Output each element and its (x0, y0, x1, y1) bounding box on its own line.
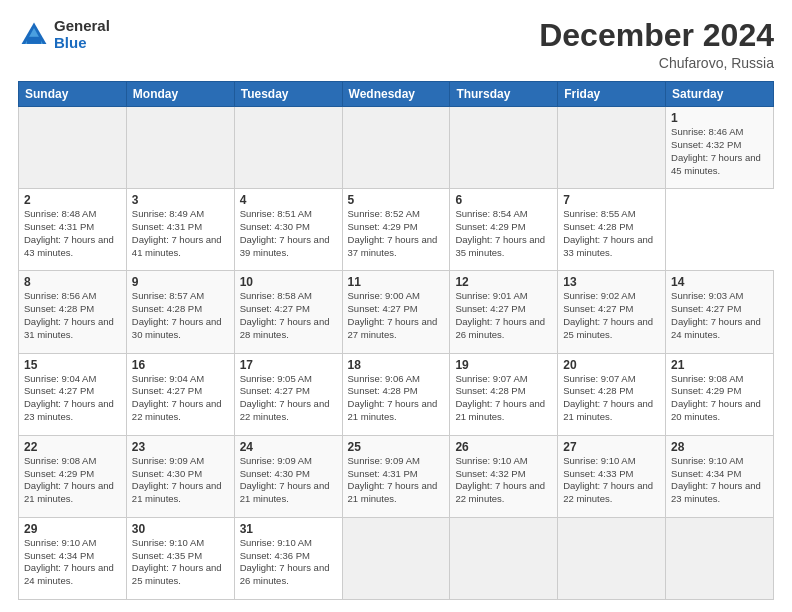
calendar-cell: 10 Sunrise: 8:58 AMSunset: 4:27 PMDaylig… (234, 271, 342, 353)
calendar-cell (342, 517, 450, 599)
cell-info: Sunrise: 9:04 AMSunset: 4:27 PMDaylight:… (132, 373, 222, 422)
cell-day: 18 (348, 358, 445, 372)
cell-info: Sunrise: 9:08 AMSunset: 4:29 PMDaylight:… (671, 373, 761, 422)
cell-day: 12 (455, 275, 552, 289)
cell-day: 8 (24, 275, 121, 289)
calendar-cell: 1 Sunrise: 8:46 AMSunset: 4:32 PMDayligh… (666, 107, 774, 189)
calendar-cell: 16 Sunrise: 9:04 AMSunset: 4:27 PMDaylig… (126, 353, 234, 435)
calendar-cell: 12 Sunrise: 9:01 AMSunset: 4:27 PMDaylig… (450, 271, 558, 353)
svg-rect-2 (27, 36, 41, 43)
title-month: December 2024 (539, 18, 774, 53)
calendar-cell: 4 Sunrise: 8:51 AMSunset: 4:30 PMDayligh… (234, 189, 342, 271)
cell-info: Sunrise: 9:07 AMSunset: 4:28 PMDaylight:… (563, 373, 653, 422)
cell-day: 28 (671, 440, 768, 454)
title-block: December 2024 Chufarovo, Russia (539, 18, 774, 71)
calendar-cell: 9 Sunrise: 8:57 AMSunset: 4:28 PMDayligh… (126, 271, 234, 353)
col-monday: Monday (126, 82, 234, 107)
calendar-header: Sunday Monday Tuesday Wednesday Thursday… (19, 82, 774, 107)
logo-blue: Blue (54, 35, 110, 52)
cell-info: Sunrise: 8:51 AMSunset: 4:30 PMDaylight:… (240, 208, 330, 257)
calendar-cell: 27 Sunrise: 9:10 AMSunset: 4:33 PMDaylig… (558, 435, 666, 517)
calendar-cell (342, 107, 450, 189)
calendar-cell: 26 Sunrise: 9:10 AMSunset: 4:32 PMDaylig… (450, 435, 558, 517)
logo-text: General Blue (54, 18, 110, 51)
calendar-body: 1 Sunrise: 8:46 AMSunset: 4:32 PMDayligh… (19, 107, 774, 600)
calendar-cell (450, 107, 558, 189)
cell-info: Sunrise: 8:49 AMSunset: 4:31 PMDaylight:… (132, 208, 222, 257)
cell-info: Sunrise: 9:10 AMSunset: 4:35 PMDaylight:… (132, 537, 222, 586)
logo-general: General (54, 18, 110, 35)
cell-day: 26 (455, 440, 552, 454)
cell-info: Sunrise: 9:10 AMSunset: 4:36 PMDaylight:… (240, 537, 330, 586)
calendar-page: General Blue December 2024 Chufarovo, Ru… (0, 0, 792, 612)
cell-info: Sunrise: 9:08 AMSunset: 4:29 PMDaylight:… (24, 455, 114, 504)
cell-day: 11 (348, 275, 445, 289)
cell-info: Sunrise: 9:06 AMSunset: 4:28 PMDaylight:… (348, 373, 438, 422)
calendar-cell (450, 517, 558, 599)
calendar-cell: 15 Sunrise: 9:04 AMSunset: 4:27 PMDaylig… (19, 353, 127, 435)
calendar-cell: 19 Sunrise: 9:07 AMSunset: 4:28 PMDaylig… (450, 353, 558, 435)
calendar-cell: 30 Sunrise: 9:10 AMSunset: 4:35 PMDaylig… (126, 517, 234, 599)
calendar-cell (558, 107, 666, 189)
cell-day: 9 (132, 275, 229, 289)
calendar-cell (126, 107, 234, 189)
cell-day: 3 (132, 193, 229, 207)
calendar-cell: 29 Sunrise: 9:10 AMSunset: 4:34 PMDaylig… (19, 517, 127, 599)
calendar-cell: 23 Sunrise: 9:09 AMSunset: 4:30 PMDaylig… (126, 435, 234, 517)
cell-info: Sunrise: 9:10 AMSunset: 4:34 PMDaylight:… (24, 537, 114, 586)
calendar-week-4: 15 Sunrise: 9:04 AMSunset: 4:27 PMDaylig… (19, 353, 774, 435)
col-thursday: Thursday (450, 82, 558, 107)
cell-info: Sunrise: 8:52 AMSunset: 4:29 PMDaylight:… (348, 208, 438, 257)
calendar-week-2: 2 Sunrise: 8:48 AMSunset: 4:31 PMDayligh… (19, 189, 774, 271)
cell-day: 29 (24, 522, 121, 536)
calendar-cell: 8 Sunrise: 8:56 AMSunset: 4:28 PMDayligh… (19, 271, 127, 353)
cell-day: 15 (24, 358, 121, 372)
cell-day: 7 (563, 193, 660, 207)
cell-info: Sunrise: 9:10 AMSunset: 4:33 PMDaylight:… (563, 455, 653, 504)
title-location: Chufarovo, Russia (539, 55, 774, 71)
calendar-cell (666, 517, 774, 599)
calendar-cell: 21 Sunrise: 9:08 AMSunset: 4:29 PMDaylig… (666, 353, 774, 435)
cell-info: Sunrise: 8:54 AMSunset: 4:29 PMDaylight:… (455, 208, 545, 257)
calendar-cell: 18 Sunrise: 9:06 AMSunset: 4:28 PMDaylig… (342, 353, 450, 435)
calendar-cell (558, 517, 666, 599)
calendar-cell: 7 Sunrise: 8:55 AMSunset: 4:28 PMDayligh… (558, 189, 666, 271)
cell-day: 5 (348, 193, 445, 207)
calendar-cell: 31 Sunrise: 9:10 AMSunset: 4:36 PMDaylig… (234, 517, 342, 599)
cell-info: Sunrise: 9:10 AMSunset: 4:34 PMDaylight:… (671, 455, 761, 504)
cell-info: Sunrise: 9:02 AMSunset: 4:27 PMDaylight:… (563, 290, 653, 339)
col-saturday: Saturday (666, 82, 774, 107)
calendar-cell: 5 Sunrise: 8:52 AMSunset: 4:29 PMDayligh… (342, 189, 450, 271)
cell-day: 14 (671, 275, 768, 289)
col-sunday: Sunday (19, 82, 127, 107)
calendar-week-6: 29 Sunrise: 9:10 AMSunset: 4:34 PMDaylig… (19, 517, 774, 599)
cell-info: Sunrise: 8:57 AMSunset: 4:28 PMDaylight:… (132, 290, 222, 339)
logo: General Blue (18, 18, 110, 51)
cell-info: Sunrise: 9:03 AMSunset: 4:27 PMDaylight:… (671, 290, 761, 339)
cell-info: Sunrise: 9:04 AMSunset: 4:27 PMDaylight:… (24, 373, 114, 422)
logo-icon (18, 19, 50, 51)
cell-day: 22 (24, 440, 121, 454)
cell-info: Sunrise: 9:05 AMSunset: 4:27 PMDaylight:… (240, 373, 330, 422)
calendar-cell: 13 Sunrise: 9:02 AMSunset: 4:27 PMDaylig… (558, 271, 666, 353)
calendar-week-3: 8 Sunrise: 8:56 AMSunset: 4:28 PMDayligh… (19, 271, 774, 353)
cell-day: 25 (348, 440, 445, 454)
calendar-cell: 22 Sunrise: 9:08 AMSunset: 4:29 PMDaylig… (19, 435, 127, 517)
cell-info: Sunrise: 9:09 AMSunset: 4:31 PMDaylight:… (348, 455, 438, 504)
calendar-cell: 11 Sunrise: 9:00 AMSunset: 4:27 PMDaylig… (342, 271, 450, 353)
cell-day: 4 (240, 193, 337, 207)
calendar-cell (19, 107, 127, 189)
cell-info: Sunrise: 9:07 AMSunset: 4:28 PMDaylight:… (455, 373, 545, 422)
cell-info: Sunrise: 8:46 AMSunset: 4:32 PMDaylight:… (671, 126, 761, 175)
cell-day: 23 (132, 440, 229, 454)
cell-info: Sunrise: 8:58 AMSunset: 4:27 PMDaylight:… (240, 290, 330, 339)
header-row: Sunday Monday Tuesday Wednesday Thursday… (19, 82, 774, 107)
cell-info: Sunrise: 8:56 AMSunset: 4:28 PMDaylight:… (24, 290, 114, 339)
calendar-cell: 28 Sunrise: 9:10 AMSunset: 4:34 PMDaylig… (666, 435, 774, 517)
header: General Blue December 2024 Chufarovo, Ru… (18, 18, 774, 71)
cell-day: 16 (132, 358, 229, 372)
cell-day: 1 (671, 111, 768, 125)
cell-info: Sunrise: 9:09 AMSunset: 4:30 PMDaylight:… (240, 455, 330, 504)
calendar-table: Sunday Monday Tuesday Wednesday Thursday… (18, 81, 774, 600)
calendar-cell (234, 107, 342, 189)
